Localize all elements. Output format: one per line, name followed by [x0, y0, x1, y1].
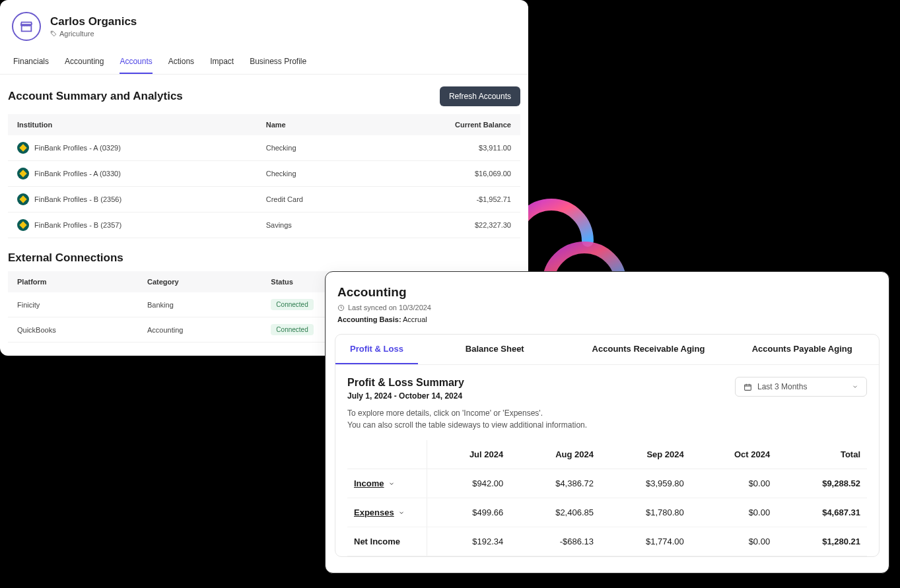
- pl-description-1: To explore more details, click on 'Incom…: [335, 406, 879, 418]
- tab-accounting[interactable]: Accounting: [65, 50, 104, 74]
- table-row[interactable]: FinBank Profiles - A (0329)Checking$3,91…: [8, 135, 520, 161]
- row-label-income[interactable]: Income: [354, 478, 395, 488]
- col-header: Jul 2024: [427, 440, 510, 469]
- subtab-balance-sheet[interactable]: Balance Sheet: [418, 335, 572, 364]
- bank-icon: [17, 142, 29, 154]
- period-selector[interactable]: Last 3 Months: [735, 377, 867, 397]
- table-row: Income$942.00$4,386.72$3,959.80$0.00$9,2…: [347, 469, 867, 498]
- main-tabs: FinancialsAccountingAccountsActionsImpac…: [0, 50, 528, 75]
- accounting-basis: Accounting Basis: Accrual: [335, 315, 880, 323]
- col-category: Category: [138, 271, 261, 292]
- accounts-table: Institution Name Current Balance FinBank…: [8, 114, 520, 238]
- account-balance: $22,327.30: [369, 212, 520, 238]
- row-label-expenses[interactable]: Expenses: [354, 507, 405, 517]
- cell-value: $499.66: [427, 498, 510, 527]
- tab-financials[interactable]: Financials: [13, 50, 49, 74]
- cell-value: $1,280.21: [777, 527, 867, 556]
- cell-value: $0.00: [691, 498, 777, 527]
- pl-table: Jul 2024Aug 2024Sep 2024Oct 2024Total In…: [347, 440, 867, 556]
- cell-value: $9,288.52: [777, 469, 867, 498]
- subtab-accounts-payable-aging[interactable]: Accounts Payable Aging: [725, 335, 879, 364]
- cell-value: $0.00: [691, 469, 777, 498]
- institution-name: FinBank Profiles - B (2357): [34, 221, 121, 229]
- cell-value: $4,386.72: [510, 469, 600, 498]
- account-balance: $3,911.00: [369, 135, 520, 161]
- status-badge: Connected: [271, 299, 313, 310]
- subtab-accounts-receivable-aging[interactable]: Accounts Receivable Aging: [572, 335, 726, 364]
- col-institution: Institution: [8, 114, 257, 135]
- platform-name: Finicity: [8, 292, 138, 317]
- chevron-down-icon: [398, 509, 405, 516]
- org-name: Carlos Organics: [50, 15, 137, 28]
- bank-icon: [17, 193, 29, 205]
- cell-value: $942.00: [427, 469, 510, 498]
- account-type: Savings: [257, 212, 370, 238]
- tab-impact[interactable]: Impact: [210, 50, 234, 74]
- pl-description-2: You can also scroll the table sideways t…: [335, 418, 879, 430]
- accounting-subtabs: Profit & LossBalance SheetAccounts Recei…: [335, 335, 879, 365]
- tab-actions[interactable]: Actions: [168, 50, 194, 74]
- accounting-panel: Accounting Last synced on 10/3/2024 Acco…: [325, 271, 889, 573]
- bank-icon: [17, 168, 29, 180]
- cell-value: $1,780.80: [600, 498, 691, 527]
- table-row[interactable]: FinBank Profiles - B (2356)Credit Card-$…: [8, 187, 520, 212]
- chevron-down-icon: [388, 480, 395, 487]
- col-name: Name: [257, 114, 370, 135]
- row-label-net-income: Net Income: [354, 537, 400, 546]
- table-row[interactable]: FinBank Profiles - B (2357)Savings$22,32…: [8, 212, 520, 238]
- col-header: Aug 2024: [510, 440, 600, 469]
- chevron-down-icon: [852, 383, 858, 390]
- conn-category: Banking: [138, 292, 261, 317]
- col-header: Total: [777, 440, 867, 469]
- accounting-title: Accounting: [335, 285, 880, 300]
- section-title: Account Summary and Analytics: [8, 90, 183, 103]
- last-synced: Last synced on 10/3/2024: [335, 304, 880, 311]
- tab-accounts[interactable]: Accounts: [120, 50, 152, 74]
- pl-date-range: July 1, 2024 - October 14, 2024: [347, 391, 464, 401]
- account-type: Checking: [257, 161, 370, 187]
- pl-summary-title: Profit & Loss Summary: [347, 377, 464, 389]
- institution-name: FinBank Profiles - A (0329): [34, 144, 121, 152]
- subtab-profit-loss[interactable]: Profit & Loss: [335, 335, 418, 364]
- col-platform: Platform: [8, 271, 138, 292]
- calendar-icon: [744, 383, 752, 391]
- col-header: Oct 2024: [691, 440, 777, 469]
- conn-category: Accounting: [138, 317, 261, 343]
- cell-value: $1,774.00: [600, 527, 691, 556]
- col-balance: Current Balance: [369, 114, 520, 135]
- svg-rect-2: [745, 384, 751, 390]
- cell-value: $0.00: [691, 527, 777, 556]
- bank-icon: [17, 219, 29, 231]
- tab-business-profile[interactable]: Business Profile: [250, 50, 306, 74]
- refresh-accounts-button[interactable]: Refresh Accounts: [440, 86, 520, 106]
- status-badge: Connected: [271, 324, 313, 335]
- cell-value: -$686.13: [510, 527, 600, 556]
- institution-name: FinBank Profiles - B (2356): [34, 195, 121, 203]
- platform-name: QuickBooks: [8, 317, 138, 343]
- clock-icon: [337, 304, 345, 311]
- cell-value: $3,959.80: [600, 469, 691, 498]
- cell-value: $192.34: [427, 527, 510, 556]
- institution-name: FinBank Profiles - A (0330): [34, 170, 121, 178]
- external-connections-title: External Connections: [0, 238, 528, 271]
- tag-icon: [50, 30, 57, 37]
- account-type: Credit Card: [257, 187, 370, 212]
- cell-value: $2,406.85: [510, 498, 600, 527]
- col-header: Sep 2024: [600, 440, 691, 469]
- svg-point-0: [52, 32, 53, 33]
- account-balance: $16,069.00: [369, 161, 520, 187]
- account-balance: -$1,952.71: [369, 187, 520, 212]
- account-type: Checking: [257, 135, 370, 161]
- cell-value: $4,687.31: [777, 498, 867, 527]
- table-row[interactable]: FinBank Profiles - A (0330)Checking$16,0…: [8, 161, 520, 187]
- table-row: Expenses$499.66$2,406.85$1,780.80$0.00$4…: [347, 498, 867, 527]
- org-avatar-icon: [12, 12, 41, 41]
- table-row: Net Income$192.34-$686.13$1,774.00$0.00$…: [347, 527, 867, 556]
- org-category: Agriculture: [50, 30, 137, 38]
